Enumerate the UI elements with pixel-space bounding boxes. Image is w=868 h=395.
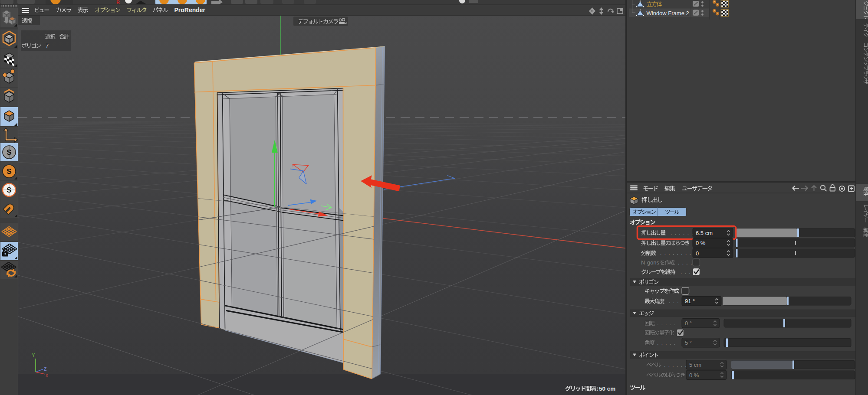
svg-text:N-gons: N-gons	[641, 259, 659, 266]
svg-text:6.5 cm: 6.5 cm	[696, 230, 713, 236]
svg-text:0 %: 0 %	[696, 240, 706, 246]
svg-text:5 cm: 5 cm	[689, 362, 701, 368]
svg-text:. . . . .: . . . . .	[657, 340, 676, 346]
svg-text:S: S	[7, 148, 11, 157]
svg-text:5 °: 5 °	[685, 340, 692, 346]
svg-text:Z: Z	[44, 366, 47, 372]
svg-text:0 °: 0 °	[685, 320, 692, 326]
svg-text:R: R	[116, 0, 120, 5]
svg-text:50 cm: 50 cm	[599, 385, 615, 392]
svg-text:0: 0	[696, 250, 699, 257]
svg-text:ProRender: ProRender	[174, 7, 206, 13]
svg-text:0 %: 0 %	[689, 372, 699, 379]
svg-text:Y: Y	[32, 353, 35, 358]
svg-text:X: X	[45, 373, 49, 378]
svg-text:S: S	[7, 186, 11, 194]
svg-text:7: 7	[46, 42, 49, 49]
svg-text:91 °: 91 °	[685, 298, 695, 304]
svg-text:. . . . .: . . . . .	[657, 320, 676, 326]
svg-text:. . . .: . . . .	[678, 260, 693, 266]
svg-text:Window Frame 2: Window Frame 2	[647, 10, 689, 16]
svg-text:S: S	[7, 167, 11, 176]
svg-text:. . . .: . . . .	[669, 298, 684, 304]
